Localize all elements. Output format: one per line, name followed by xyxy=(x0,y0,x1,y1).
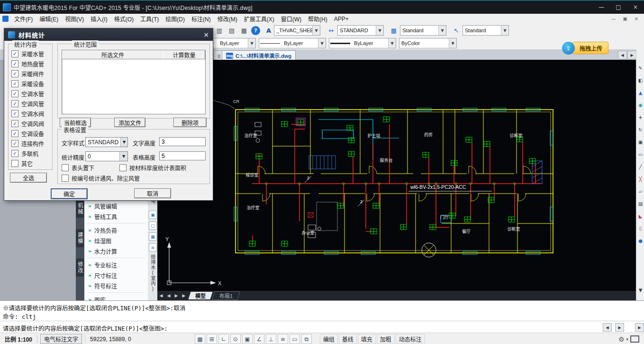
checkbox[interactable]: ✓ xyxy=(11,150,18,157)
command-prompt[interactable]: 请选择要统计的内容后按确定[选取闭合PLINE(P)]<整张图>: xyxy=(3,324,168,333)
text-style-icon[interactable]: A xyxy=(263,25,274,36)
checkbox[interactable]: ✓ xyxy=(11,130,18,137)
checkbox[interactable]: ✓ xyxy=(11,70,18,77)
otrack-icon[interactable]: ∠ xyxy=(254,334,264,344)
checkbox[interactable] xyxy=(11,160,18,167)
more-icon[interactable]: ▼ xyxy=(637,287,644,294)
osnap-icon[interactable]: ▣ xyxy=(242,334,253,344)
table-style-icon[interactable]: ▦ xyxy=(389,25,399,36)
drag-upload-button[interactable]: 拖拽上传 xyxy=(572,42,608,54)
menu-view[interactable]: 视图(V) xyxy=(62,14,87,24)
dim-style-icon[interactable]: ↔ xyxy=(326,25,336,36)
polar-icon[interactable]: ⊙ xyxy=(230,334,241,344)
view-manager-icon[interactable]: ▤ xyxy=(227,25,237,36)
plot-style-combo[interactable]: ByColor ▼ xyxy=(399,38,457,48)
menu-edit[interactable]: 编辑(E) xyxy=(36,14,62,24)
checkbox[interactable]: ✓ xyxy=(11,120,18,127)
checkbox[interactable]: ✓ xyxy=(11,110,18,117)
model-space-icon[interactable]: ▭ xyxy=(290,334,300,344)
text-style-select[interactable]: STANDARD ▼ xyxy=(85,137,128,147)
mleader-style-combo[interactable]: Standard ▼ xyxy=(463,25,509,36)
chevron-down-icon[interactable]: ▼ xyxy=(318,38,326,48)
dot-icon[interactable]: ● xyxy=(637,237,644,244)
minimize-button[interactable]: — xyxy=(593,0,610,14)
hatch-icon[interactable]: ▨ xyxy=(637,200,644,207)
dialog-close-icon[interactable]: × xyxy=(200,28,213,41)
palette-item-symbol-annotation[interactable]: »符号标注 xyxy=(84,280,148,291)
chevron-down-icon[interactable]: ▼ xyxy=(248,38,255,48)
layout-prev-icon[interactable]: ◀ xyxy=(165,293,172,298)
checkbox[interactable] xyxy=(62,164,69,171)
menu-dimension[interactable]: 标注(N) xyxy=(188,14,214,24)
maximize-button[interactable]: □ xyxy=(610,0,627,14)
snap-icon[interactable]: ⊞ xyxy=(207,334,217,344)
target-circle-icon[interactable]: ◉ xyxy=(637,102,644,109)
tab-plumbing[interactable]: 给排水(室内) xyxy=(149,254,156,292)
tab-modeling[interactable]: 建模 xyxy=(76,229,84,247)
menu-express[interactable]: 扩展工具(X) xyxy=(241,14,278,24)
text-mode-button[interactable]: 电气标注文字 xyxy=(40,334,82,344)
file-table[interactable]: 所选文件 计算数量 xyxy=(62,50,206,114)
sheet-set-icon[interactable]: ▥ xyxy=(214,25,225,36)
checkbox[interactable] xyxy=(62,175,69,182)
lineweight-combo[interactable]: ByLayer ▼ xyxy=(329,38,396,48)
column-header-qty[interactable]: 计算数量 xyxy=(163,50,205,59)
document-tab-active[interactable]: dwg C:\...\材料清单演示.dwg xyxy=(222,50,296,60)
table-icon[interactable]: ▦ xyxy=(239,25,249,36)
erase-icon[interactable]: ╳ xyxy=(637,176,644,183)
row-height-input[interactable] xyxy=(159,151,206,160)
menu-window[interactable]: 窗口(W) xyxy=(278,14,305,24)
ortho-icon[interactable]: ∟ xyxy=(218,334,229,344)
palette-item-hydraulic-calc[interactable]: »水力计算 xyxy=(84,246,148,256)
chevron-down-icon[interactable]: ▼ xyxy=(120,138,127,147)
dialog-title-bar[interactable]: 材料统计 × xyxy=(4,28,213,41)
checkbox[interactable]: ✓ xyxy=(11,60,18,67)
checkbox[interactable]: ✓ xyxy=(11,80,18,87)
menu-modify[interactable]: 修改(M) xyxy=(214,14,241,24)
toggle-bold[interactable]: 加粗 xyxy=(377,334,395,344)
chevron-down-icon[interactable]: ▼ xyxy=(449,38,456,48)
close-button[interactable]: × xyxy=(627,0,644,14)
cmd-scroll-right-icon[interactable]: ▶ xyxy=(615,323,624,332)
palette-item-dim-annotation[interactable]: »尺寸标注 xyxy=(84,270,148,280)
gear-icon[interactable]: ⚙ xyxy=(618,335,625,343)
drawing-canvas[interactable]: 24wxYZ 3.0 CR 2 2 wl6-BV-2x1.5-PC20-ACC … xyxy=(157,60,636,291)
panel-icon-3[interactable]: ▦ xyxy=(149,232,157,241)
ucs-icon[interactable]: ⊥ xyxy=(266,334,276,344)
move-icon[interactable]: + xyxy=(637,114,644,121)
menu-app-plus[interactable]: APP+ xyxy=(331,14,352,24)
ok-button[interactable]: 确定 xyxy=(51,188,88,199)
display-icon[interactable] xyxy=(630,335,639,343)
polygon-icon[interactable]: ▱ xyxy=(637,188,644,195)
palette-item-pipe-tools[interactable]: »管线工具 xyxy=(84,211,148,222)
panel-icon-2[interactable]: ▢ xyxy=(149,222,157,230)
checkbox[interactable]: ✓ xyxy=(11,50,18,57)
chevron-down-icon[interactable]: ▼ xyxy=(501,26,508,35)
text-style-combo[interactable]: _THVAC_SHEET ▼ xyxy=(274,25,320,36)
chevron-down-icon[interactable]: ▼ xyxy=(388,38,396,48)
tab-layout1[interactable]: 布局1 xyxy=(212,291,240,300)
precision-select[interactable]: 0 ▼ xyxy=(85,151,128,161)
chevron-down-icon[interactable]: ▼ xyxy=(376,26,383,35)
cloud-upload-icon[interactable]: ⇧ xyxy=(562,42,575,55)
palette-item-psychrometric[interactable]: »焓湿图 xyxy=(84,235,148,246)
linetype-combo[interactable]: ByLayer ▼ xyxy=(259,38,326,48)
menu-file[interactable]: 文件(F) xyxy=(11,14,36,24)
select-all-button[interactable]: 全选 xyxy=(10,173,47,183)
table-style-combo[interactable]: Standard ▼ xyxy=(400,25,446,36)
chevron-down-icon[interactable]: ▼ xyxy=(119,152,127,161)
annotation-icon[interactable]: ⧉ xyxy=(301,334,312,344)
delete-item-button[interactable]: 删除项 xyxy=(173,118,207,127)
cmd-scroll-left-icon[interactable]: ◀ xyxy=(603,323,612,332)
copy-icon[interactable]: ▣ xyxy=(637,139,644,146)
checkbox[interactable]: ✓ xyxy=(11,90,18,97)
grid-icon[interactable]: ▦ xyxy=(195,334,205,344)
menu-help[interactable]: 帮助(H) xyxy=(305,14,331,24)
triangle-icon[interactable]: ▲ xyxy=(637,89,644,96)
chevron-down-icon[interactable]: ▼ xyxy=(312,26,320,35)
menu-format[interactable]: 格式(O) xyxy=(111,14,137,24)
tab-model[interactable]: 模型 xyxy=(188,292,212,299)
menu-insert[interactable]: 插入(I) xyxy=(87,14,110,24)
palette-item-duct-edit[interactable]: »风管编辑 xyxy=(84,201,148,211)
line-icon[interactable]: ╱ xyxy=(637,163,644,170)
